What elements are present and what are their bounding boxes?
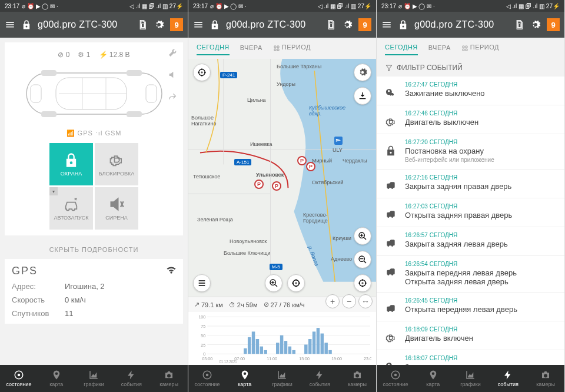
- tab-cameras[interactable]: камеры: [150, 365, 188, 392]
- airport-icon: [334, 137, 343, 145]
- tab-status[interactable]: состояние: [377, 365, 414, 392]
- tab-charts[interactable]: графики: [75, 365, 113, 392]
- event-item[interactable]: 16:18:07 СЕГОДНЯ Зажигание включено: [377, 350, 564, 365]
- event-item[interactable]: 16:27:03 СЕГОДНЯ Открыта задняя правая д…: [377, 198, 564, 227]
- header-title: g00d.pro ZTC-300: [38, 19, 131, 30]
- event-item[interactable]: 16:18:09 СЕГОДНЯ Двигатель включен: [377, 321, 564, 350]
- cell-security[interactable]: ОХРАНА: [49, 143, 93, 185]
- lock-icon[interactable]: [21, 19, 32, 30]
- map-layers-button[interactable]: [354, 64, 371, 81]
- cell-block[interactable]: БЛОКИРОВКА: [95, 143, 138, 185]
- gear-icon[interactable]: [530, 19, 541, 30]
- filter-row[interactable]: ФИЛЬТР СОБЫТИЙ: [377, 59, 564, 77]
- lock-icon[interactable]: [398, 19, 408, 30]
- menu-icon[interactable]: [193, 19, 204, 30]
- sim-icon[interactable]: [325, 19, 336, 30]
- key-icon: [385, 355, 398, 365]
- tab-events[interactable]: события: [112, 365, 150, 392]
- event-item[interactable]: 16:26:54 СЕГОДНЯ Закрыта передняя левая …: [377, 256, 564, 293]
- speaker-icon[interactable]: [168, 70, 177, 81]
- event-item[interactable]: 16:27:47 СЕГОДНЯ Зажигание выключено: [377, 77, 564, 105]
- gear-icon[interactable]: [342, 19, 353, 30]
- tab-map[interactable]: карта: [226, 365, 264, 392]
- event-item[interactable]: 16:27:16 СЕГОДНЯ Закрыта задняя правая д…: [377, 170, 564, 198]
- sim-icon[interactable]: [514, 19, 524, 30]
- door-icon: [385, 297, 398, 315]
- map-list-button[interactable]: [193, 274, 211, 292]
- svg-text:25: 25: [201, 342, 205, 347]
- date-tabs: СЕГОДНЯ ВЧЕРА ПЕРИОД: [377, 38, 564, 59]
- app-header: g00d.pro ZTC-300 9: [188, 12, 376, 38]
- tab-cameras[interactable]: камеры: [527, 365, 564, 392]
- tab-charts[interactable]: графики: [452, 365, 490, 392]
- svg-text:01.12.2021: 01.12.2021: [219, 360, 237, 364]
- android-statusbar: 23:17⌀ ⏰ ▶ ◯ ✉ · ◁ .ıl ▦ 🗐 .ıl ▥ 27⚡: [188, 0, 376, 12]
- svg-text:23:00: 23:00: [364, 356, 371, 361]
- chart-minus[interactable]: −: [342, 294, 356, 308]
- event-item[interactable]: 16:27:20 СЕГОДНЯ Постановка на охрану Ве…: [377, 134, 564, 170]
- tab-cameras[interactable]: камеры: [338, 365, 376, 392]
- tab-yesterday[interactable]: ВЧЕРА: [428, 44, 451, 55]
- svg-rect-12: [127, 111, 142, 117]
- tab-period[interactable]: ПЕРИОД: [461, 44, 499, 55]
- cell-autostart[interactable]: ▾ АВТОЗАПУСК: [49, 187, 93, 230]
- svg-text:75: 75: [201, 324, 205, 329]
- sim-icon[interactable]: [137, 19, 148, 30]
- control-grid: ОХРАНА БЛОКИРОВКА ▾ АВТОЗАПУСК СИРЕНА: [49, 143, 138, 230]
- notif-badge[interactable]: 9: [170, 18, 183, 31]
- tab-events[interactable]: события: [301, 365, 338, 392]
- lock-icon: [385, 139, 398, 163]
- bottom-nav: состояние карта графики события камеры: [0, 365, 188, 392]
- cell-siren[interactable]: СИРЕНА: [95, 187, 138, 230]
- chart-expand[interactable]: ↔: [358, 294, 373, 308]
- lock-icon[interactable]: [210, 19, 220, 30]
- share-icon[interactable]: [168, 92, 177, 103]
- events-list[interactable]: 16:27:47 СЕГОДНЯ Зажигание выключено 16:…: [377, 77, 564, 365]
- map-locate-button[interactable]: [354, 274, 371, 292]
- map-center-button[interactable]: [287, 274, 305, 292]
- menu-icon[interactable]: [5, 19, 15, 30]
- door-icon: [385, 203, 398, 221]
- gear-icon[interactable]: [154, 19, 164, 30]
- tab-yesterday[interactable]: ВЧЕРА: [240, 44, 262, 55]
- tab-today[interactable]: СЕГОДНЯ: [385, 44, 418, 55]
- svg-rect-48: [292, 350, 295, 354]
- svg-rect-10: [41, 111, 56, 117]
- event-item[interactable]: 16:27:46 СЕГОДНЯ Двигатель выключен: [377, 105, 564, 134]
- event-item[interactable]: 16:26:45 СЕГОДНЯ Открыта передняя левая …: [377, 293, 564, 321]
- app-header: g00d.pro ZTC-300 9: [0, 12, 188, 38]
- svg-rect-56: [324, 343, 327, 354]
- tab-events[interactable]: события: [489, 365, 527, 392]
- tab-status[interactable]: состояние: [188, 365, 226, 392]
- hide-details-button[interactable]: СКРЫТЬ ПОДРОБНОСТИ: [0, 240, 188, 259]
- phone-status: 23:17⌀ ⏰ ▶ ◯ ✉ · ◁ .ıl ▦ 🗐 .ıl ▥ 27⚡ g00…: [0, 0, 188, 392]
- tab-status[interactable]: состояние: [0, 365, 38, 392]
- map-target-button[interactable]: [193, 64, 211, 81]
- map-search-button[interactable]: [265, 274, 282, 292]
- map-zoomin-button[interactable]: [354, 227, 371, 245]
- chart-plus[interactable]: +: [325, 294, 340, 308]
- menu-icon[interactable]: [381, 19, 392, 30]
- svg-text:03:00: 03:00: [202, 356, 212, 361]
- svg-rect-52: [308, 339, 311, 354]
- tab-map[interactable]: карта: [414, 365, 452, 392]
- map-download-button[interactable]: [354, 87, 371, 105]
- svg-rect-41: [264, 350, 267, 354]
- engine-icon: [385, 110, 398, 128]
- tab-today[interactable]: СЕГОДНЯ: [197, 44, 230, 55]
- map[interactable]: Большие Тарханы Ундоры Цильна Куйбышевск…: [188, 59, 376, 297]
- gps-title: GPS: [12, 265, 176, 277]
- tab-map[interactable]: карта: [38, 365, 75, 392]
- app-header: g00d.pro ZTC-300 9: [377, 12, 564, 38]
- svg-rect-40: [260, 347, 263, 354]
- event-item[interactable]: 16:26:57 СЕГОДНЯ Закрыта задняя левая дв…: [377, 227, 564, 256]
- tab-charts[interactable]: графики: [264, 365, 301, 392]
- svg-rect-45: [280, 335, 283, 354]
- phone-map: 23:17⌀ ⏰ ▶ ◯ ✉ · ◁ .ıl ▦ 🗐 .ıl ▥ 27⚡ g00…: [188, 0, 377, 392]
- map-zoomout-button[interactable]: [354, 251, 371, 268]
- tab-period[interactable]: ПЕРИОД: [273, 44, 311, 55]
- speed-chart[interactable]: + − ↔ 025507510003:0007:0011:0015:0019:0…: [188, 312, 376, 365]
- svg-rect-54: [317, 328, 320, 354]
- key-icon: [385, 81, 398, 99]
- wrench-icon[interactable]: [168, 48, 177, 59]
